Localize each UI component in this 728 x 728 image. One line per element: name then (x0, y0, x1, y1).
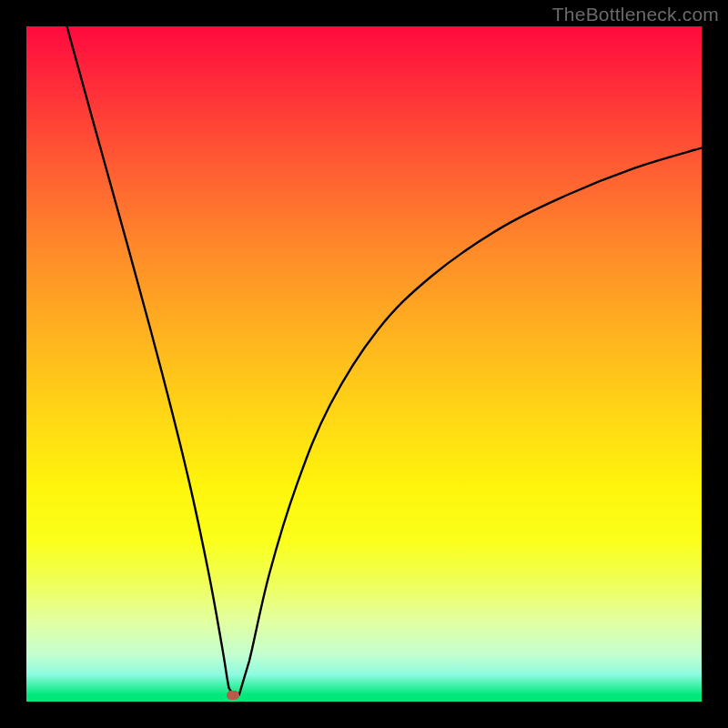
chart-frame: TheBottleneck.com (0, 0, 728, 728)
bottleneck-curve (26, 26, 702, 702)
optimal-point-marker (227, 691, 239, 700)
plot-area (26, 26, 702, 702)
watermark-text: TheBottleneck.com (552, 4, 719, 25)
